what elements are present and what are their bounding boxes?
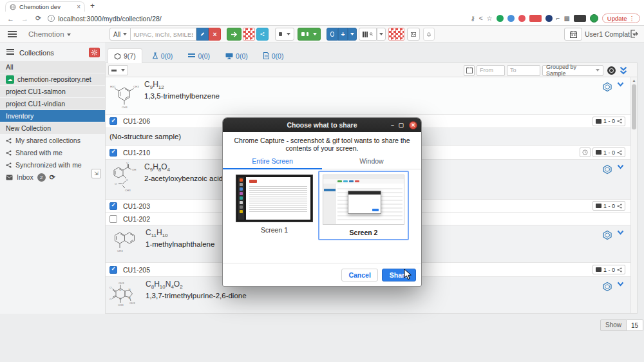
sidebar-item-repository[interactable]: ☁chemotion-repository.net [0,73,105,85]
extension-icon[interactable] [529,15,542,22]
tab-window[interactable]: Window [322,157,421,169]
expand-sidebar-button[interactable]: ⇲ [91,169,101,178]
sample-checkbox[interactable] [109,117,117,125]
collapse-all-icon[interactable] [619,66,628,75]
create-scan-button[interactable] [327,28,338,41]
sample-checkbox[interactable] [109,266,117,274]
browser-tab[interactable]: Chemotion dev × [5,1,85,12]
tab-entire-screen[interactable]: Entire Screen [223,157,322,169]
clear-search-button[interactable]: × [209,28,221,41]
create-dropdown[interactable] [348,28,357,41]
chevron-down-icon[interactable] [617,281,624,287]
extension-icon[interactable] [518,15,526,22]
per-page-input[interactable] [627,319,643,331]
notifications-button[interactable] [423,28,435,41]
export-button[interactable] [227,28,242,41]
sidebar-link-my-shared[interactable]: My shared collections [0,135,105,146]
clock-icon-button[interactable] [580,148,591,157]
refresh-icon[interactable]: ⟳ [50,173,55,182]
close-icon[interactable]: ✕ [409,121,417,129]
date-filter-button[interactable] [464,65,475,76]
extension-icon[interactable] [497,15,504,22]
bulk-edit-dropdown[interactable] [298,28,321,41]
chevron-down-icon[interactable] [617,230,624,235]
molecule-hexagon-icon[interactable] [602,281,612,292]
profile-avatar[interactable] [590,14,598,23]
tab-close-icon[interactable]: × [77,4,80,10]
sync-status-icon[interactable] [607,66,616,75]
calendar-button[interactable] [564,28,582,41]
select-all-dropdown[interactable] [108,65,128,75]
menu-icon[interactable] [8,31,17,39]
structure-search-button[interactable] [196,28,209,41]
screen-1-thumbnail[interactable] [236,175,313,222]
tab-screens[interactable]: 0(0) [220,48,254,63]
bookmark-star-icon[interactable]: ☆ [487,15,493,22]
logout-icon[interactable] [630,30,638,38]
extension-icon[interactable] [545,15,553,22]
sidebar-link-shared-with-me[interactable]: Shared with me [0,147,105,158]
user-menu[interactable]: User1 Complat [585,28,636,41]
tab-reactions[interactable]: 0(0) [146,48,179,63]
molecule-hexagon-icon[interactable] [602,82,612,92]
create-element-button[interactable]: + [338,28,348,41]
sidebar-link-synchronized[interactable]: Synchronized with me [0,159,105,171]
collections-menu-icon[interactable] [6,49,14,56]
sample-checkbox[interactable] [109,215,117,223]
cancel-button[interactable]: Cancel [341,269,377,281]
url-text[interactable]: localhost:3000/mydb/collection/28/ [58,15,162,23]
molecule-row[interactable]: H3CCH3CH3 C9H12 1,3,5-trimethylbenzene [106,77,630,115]
extensions-puzzle-icon[interactable]: ▦ [564,15,569,22]
show-button[interactable]: Show [600,319,627,331]
forward-icon[interactable]: → [21,15,28,23]
barcode-dropdown[interactable] [377,28,386,41]
images-button[interactable] [407,28,420,41]
scrollbar-thumb[interactable] [632,84,636,129]
share-icon[interactable]: < [479,15,483,22]
analyses-badge[interactable]: 1 - 0 [592,117,625,126]
tab-research-plans[interactable]: 0(0) [258,48,290,63]
share-element-button[interactable] [256,28,269,41]
date-to-input[interactable] [507,65,540,76]
group-by-select[interactable]: Grouped by Sample [542,65,603,76]
sidebar-item-project-vindian[interactable]: project CU1-vindian [0,98,105,110]
screen-2-thumbnail[interactable]: Screen 2 [318,171,409,240]
sidebar-item-project-salmon[interactable]: project CU1-salmon [0,86,105,97]
tab-wellplates[interactable]: 0(0) [182,48,216,63]
molecule-hexagon-icon[interactable] [602,164,612,175]
layout-dropdown[interactable] [275,28,294,41]
site-info-icon[interactable]: i [48,15,55,22]
dialog-titlebar[interactable]: Choose what to share – ▢ ✕ [223,118,421,132]
sidebar-item-new-collection[interactable]: New Collection [0,122,105,134]
sidebar-inbox[interactable]: Inbox 2 ⟳ [0,171,105,183]
chevron-down-icon[interactable] [617,82,624,87]
barcode-search-button[interactable] [359,28,377,41]
scroll-up-icon[interactable]: ▲ [631,77,637,84]
capture-crop-icon[interactable]: ⌐ [556,15,560,22]
analyses-badge[interactable]: 1 - 0 [592,265,625,274]
maximize-icon[interactable]: ▢ [398,118,404,132]
search-scope-dropdown[interactable]: All [109,28,131,41]
extension-icon[interactable] [507,15,515,22]
reload-icon[interactable]: ⟳ [35,14,41,23]
sidebar-item-all[interactable]: All [0,61,105,73]
brand-menu[interactable]: Chemotion [28,28,71,41]
minimize-icon[interactable]: – [391,118,394,132]
search-input[interactable] [131,28,196,41]
analyses-badge[interactable]: 1 - 0 [592,148,625,157]
omnibox[interactable]: i localhost:3000/mydb/collection/28/ [48,15,162,23]
key-icon[interactable]: ⚷ [470,15,475,22]
new-tab-button[interactable]: + [90,1,95,10]
molecule-hexagon-icon[interactable] [602,230,612,240]
sample-checkbox[interactable] [109,149,117,157]
extension-icon[interactable] [574,15,586,22]
back-icon[interactable]: ← [7,15,14,23]
collections-settings-button[interactable] [89,48,100,57]
sidebar-item-inventory[interactable]: Inventory [0,110,105,122]
date-from-input[interactable] [477,65,505,76]
sample-checkbox[interactable] [109,202,117,210]
analyses-badge[interactable]: 1 - 0 [592,201,625,211]
browser-menu-icon[interactable]: ⋮ [629,15,636,22]
update-button[interactable]: Update⋮ [602,14,640,23]
chevron-down-icon[interactable] [617,164,624,169]
